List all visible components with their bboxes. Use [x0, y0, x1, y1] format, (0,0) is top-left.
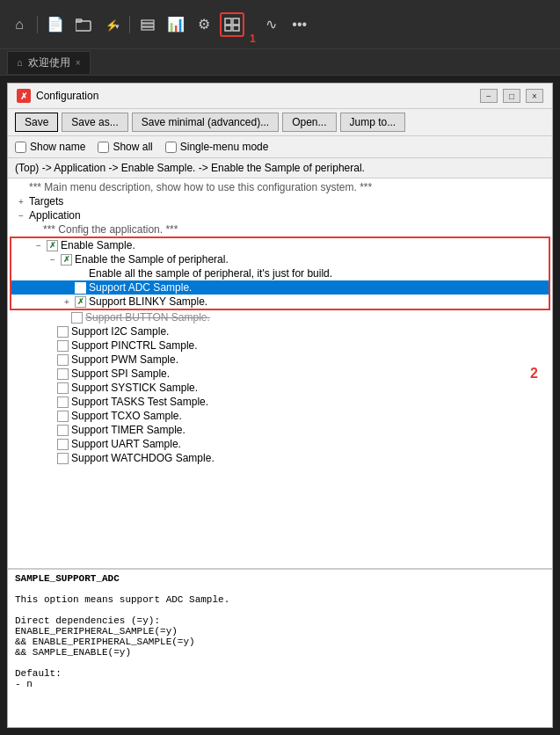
dialog-toolbar: Save Save as... Save minimal (advanced).…: [8, 109, 552, 136]
home-icon[interactable]: ⌂: [7, 12, 32, 37]
close-button[interactable]: ×: [526, 89, 543, 103]
tab-bar: ⌂ 欢迎使用 ×: [0, 49, 560, 76]
tab-close-button[interactable]: ×: [76, 58, 81, 68]
main-comment-text: *** Main menu description, show how to u…: [29, 181, 372, 193]
info-dependencies-label: Direct dependencies (=y):: [15, 615, 545, 626]
single-menu-option[interactable]: Single-menu mode: [165, 141, 269, 153]
dialog-title: Configuration: [36, 90, 98, 102]
tree-scroll-area[interactable]: *** Main menu description, show how to u…: [8, 178, 552, 569]
info-dep1: ENABLE_PERIPHERAL_SAMPLE(=y): [15, 626, 545, 637]
svg-rect-9: [225, 25, 231, 31]
tree-comment-main: *** Main menu description, show how to u…: [8, 180, 552, 194]
support-pinctrl-label: Support PINCTRL Sample.: [71, 339, 198, 352]
support-watchdog-label: Support WATCHDOG Sample.: [71, 452, 215, 464]
more-icon[interactable]: •••: [287, 12, 312, 37]
new-file-icon[interactable]: 📄: [43, 12, 68, 37]
support-adc-label: Support ADC Sample.: [89, 281, 192, 294]
support-adc-checkbox[interactable]: [75, 282, 86, 294]
show-all-label: Show all: [113, 141, 152, 153]
highlight-box: − ✗ Enable Sample. − ✗ Enable the Sample…: [10, 237, 550, 310]
support-tasks-checkbox[interactable]: [57, 397, 69, 408]
tree-item-application[interactable]: − Application: [8, 208, 552, 222]
save-minimal-button[interactable]: Save minimal (advanced)...: [132, 113, 279, 132]
tree-item-support-timer[interactable]: Support TIMER Sample.: [8, 423, 552, 437]
tree-item-support-tcxo[interactable]: Support TCXO Sample.: [8, 409, 552, 423]
enable-peripheral-checkbox[interactable]: ✗: [61, 254, 72, 266]
support-timer-checkbox[interactable]: [57, 425, 69, 436]
support-button-checkbox[interactable]: [71, 312, 83, 324]
show-name-label: Show name: [30, 141, 85, 153]
info-description: This option means support ADC Sample.: [15, 594, 545, 605]
tree-item-support-adc[interactable]: Support ADC Sample.: [11, 280, 549, 295]
config-comment-text: *** Config the application. ***: [43, 223, 178, 236]
config-dialog: ✗ Configuration − □ × Save Save as... Sa…: [7, 83, 553, 728]
support-spi-checkbox[interactable]: [57, 368, 69, 380]
support-pinctrl-checkbox[interactable]: [57, 340, 69, 352]
tree-container: *** Main menu description, show how to u…: [8, 178, 552, 467]
tree-item-support-watchdog[interactable]: Support WATCHDOG Sample.: [8, 451, 552, 465]
jump-to-button[interactable]: Jump to...: [340, 113, 406, 132]
info-dep3: && SAMPLE_ENABLE(=y): [15, 647, 545, 658]
layers-icon[interactable]: [135, 12, 160, 37]
minimize-button[interactable]: −: [480, 89, 498, 103]
save-as-button[interactable]: Save as...: [62, 113, 127, 132]
breadcrumb: (Top) -> Application -> Enable Sample. -…: [8, 158, 552, 178]
targets-expand-icon[interactable]: +: [15, 195, 27, 207]
support-pwm-checkbox[interactable]: [57, 354, 69, 366]
welcome-tab[interactable]: ⌂ 欢迎使用 ×: [7, 51, 91, 74]
enable-peripheral-label: Enable the Sample of peripheral.: [75, 253, 229, 266]
blinky-expand-icon[interactable]: +: [61, 295, 73, 308]
config-icon[interactable]: [220, 12, 244, 37]
build-dropdown-icon[interactable]: ⚡ ▾: [99, 12, 124, 37]
info-default-value: - n: [15, 679, 545, 689]
tree-item-support-i2c[interactable]: Support I2C Sample.: [8, 324, 552, 338]
info-panel: SAMPLE_SUPPORT_ADC This option means sup…: [8, 569, 552, 727]
folder-icon[interactable]: [71, 12, 96, 37]
svg-rect-6: [142, 27, 154, 30]
tree-config-comment: *** Config the application. ***: [8, 222, 552, 237]
support-i2c-checkbox[interactable]: [57, 326, 69, 338]
support-tcxo-checkbox[interactable]: [57, 411, 69, 422]
tree-item-support-uart[interactable]: Support UART Sample.: [8, 437, 552, 451]
show-all-checkbox[interactable]: [98, 142, 109, 153]
tree-item-enable-peripheral[interactable]: − ✗ Enable the Sample of peripheral.: [11, 252, 549, 266]
chart-icon[interactable]: 📊: [164, 12, 188, 37]
svg-text:▾: ▾: [115, 22, 120, 31]
enable-sample-label: Enable Sample.: [61, 239, 135, 251]
tree-item-support-button[interactable]: Support BUTTON Sample.: [8, 310, 552, 324]
support-watchdog-checkbox[interactable]: [57, 453, 69, 464]
tree-item-support-blinky[interactable]: + ✗ Support BLINKY Sample.: [11, 295, 549, 309]
enable-peripheral-expand-icon[interactable]: −: [47, 253, 59, 266]
open-button[interactable]: Open...: [282, 113, 336, 132]
show-name-checkbox[interactable]: [15, 142, 26, 153]
tree-item-support-systick[interactable]: Support SYSTICK Sample.: [8, 381, 552, 395]
wave-icon[interactable]: ∿: [259, 12, 284, 37]
save-button[interactable]: Save: [15, 113, 58, 132]
tree-item-enable-sample[interactable]: − ✗ Enable Sample.: [11, 238, 549, 252]
single-menu-checkbox[interactable]: [165, 142, 177, 153]
tree-item-support-spi[interactable]: Support SPI Sample.: [8, 367, 552, 381]
svg-rect-5: [142, 24, 154, 26]
main-area: ✗ Configuration − □ × Save Save as... Sa…: [0, 76, 560, 735]
dialog-titlebar: ✗ Configuration − □ ×: [8, 84, 552, 109]
enable-sample-expand-icon[interactable]: −: [33, 239, 45, 251]
svg-rect-8: [233, 18, 239, 25]
tree-item-support-pinctrl[interactable]: Support PINCTRL Sample.: [8, 338, 552, 353]
application-expand-icon[interactable]: −: [15, 209, 27, 222]
maximize-button[interactable]: □: [503, 89, 520, 103]
show-name-option[interactable]: Show name: [15, 141, 85, 153]
dialog-app-icon: ✗: [17, 89, 31, 103]
support-blinky-checkbox[interactable]: ✗: [75, 296, 86, 308]
support-uart-label: Support UART Sample.: [71, 438, 181, 450]
show-all-option[interactable]: Show all: [98, 141, 152, 153]
enable-all-comment-text: Enable all the sample of peripheral, it'…: [89, 267, 332, 280]
tree-item-targets[interactable]: + Targets: [8, 194, 552, 208]
support-systick-checkbox[interactable]: [57, 382, 69, 394]
support-uart-checkbox[interactable]: [57, 439, 69, 450]
info-default-label: Default:: [15, 668, 545, 679]
tree-item-support-pwm[interactable]: Support PWM Sample.: [8, 353, 552, 367]
tree-item-support-tasks[interactable]: Support TASKS Test Sample.: [8, 395, 552, 409]
separator-2: [129, 16, 130, 33]
enable-sample-checkbox[interactable]: ✗: [47, 240, 58, 251]
settings-icon[interactable]: ⚙: [192, 12, 216, 37]
